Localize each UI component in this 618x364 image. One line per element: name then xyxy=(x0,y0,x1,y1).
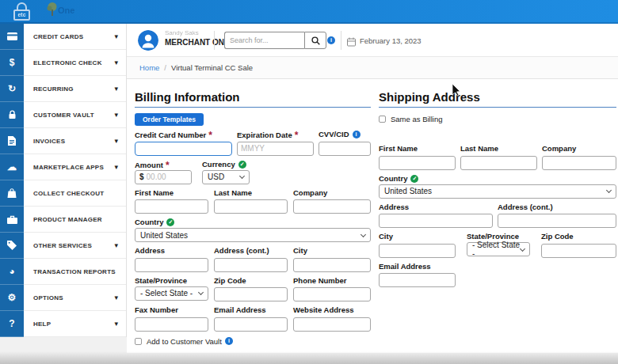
sidebar-item-product-manager[interactable]: PRODUCT MANAGER xyxy=(24,207,126,233)
credit-card-number-input[interactable] xyxy=(135,142,232,156)
chevron-down-icon[interactable]: ▾ xyxy=(114,294,118,301)
sidebar-icon-rail: $ ↻ ☁ ◕ ⚙ ? xyxy=(0,24,24,337)
invoice-icon[interactable] xyxy=(0,128,24,154)
shipping-country-select[interactable]: United States xyxy=(379,184,616,199)
same-as-billing-label: Same as Billing xyxy=(391,115,442,123)
chevron-down-icon[interactable]: ▾ xyxy=(114,241,118,249)
amount-input[interactable] xyxy=(147,172,191,183)
billing-zip-label: Zip Code xyxy=(214,276,288,285)
sidebar-item-credit-cards[interactable]: CREDIT CARDS ▾ xyxy=(24,24,126,50)
billing-last-name-label: Last Name xyxy=(214,188,288,197)
billing-first-name-input[interactable] xyxy=(135,199,208,214)
search-input[interactable] xyxy=(224,32,304,49)
billing-website-label: Website Address xyxy=(293,305,371,314)
currency-select[interactable]: USD xyxy=(202,170,250,184)
billing-title: Billing Information xyxy=(135,90,371,108)
verified-check-icon: ✓ xyxy=(238,161,246,169)
billing-last-name-input[interactable] xyxy=(214,199,288,214)
billing-fax-input[interactable] xyxy=(135,317,208,332)
sidebar-item-recurring[interactable]: RECURRING ▾ xyxy=(24,76,126,102)
sidebar-item-customer-vault[interactable]: CUSTOMER VAULT ▾ xyxy=(24,102,126,128)
gears-icon[interactable]: ⚙ xyxy=(0,285,24,311)
same-as-billing-checkbox[interactable] xyxy=(379,116,386,123)
chevron-down-icon[interactable]: ▾ xyxy=(114,111,118,119)
billing-first-name-label: First Name xyxy=(135,188,208,197)
billing-phone-input[interactable] xyxy=(293,287,371,301)
order-templates-button[interactable]: Order Templates xyxy=(135,113,204,126)
sidebar-item-collect-checkout[interactable]: COLLECT CHECKOUT xyxy=(24,180,126,207)
shipping-city-input[interactable] xyxy=(379,244,456,258)
chevron-down-icon[interactable]: ▾ xyxy=(114,59,118,66)
required-asterisk: * xyxy=(295,130,299,141)
breadcrumb-home-link[interactable]: Home xyxy=(139,63,159,72)
shipping-first-name-label: First Name xyxy=(379,144,456,153)
shipping-zip-input[interactable] xyxy=(541,244,616,258)
sidebar-item-electronic-check[interactable]: ELECTRONIC CHECK ▾ xyxy=(24,50,126,76)
shipping-email-label: Email Address xyxy=(379,262,456,271)
info-icon[interactable]: i xyxy=(353,131,360,138)
billing-website-input[interactable] xyxy=(293,317,371,332)
billing-company-input[interactable] xyxy=(293,199,371,214)
shipping-first-name-input[interactable] xyxy=(379,156,456,170)
sidebar-item-invoices[interactable]: INVOICES ▾ xyxy=(24,128,126,154)
pie-chart-icon[interactable]: ◕ xyxy=(0,259,24,285)
sidebar-item-transaction-reports[interactable]: TRANSACTION REPORTS xyxy=(24,259,126,285)
lock-icon[interactable] xyxy=(0,102,24,128)
billing-address-input[interactable] xyxy=(135,258,208,272)
sidebar-item-help[interactable]: HELP ▾ xyxy=(24,311,126,337)
sidebar-item-marketplace-apps[interactable]: MARKETPLACE APPS ▾ xyxy=(24,154,126,180)
header-divider xyxy=(214,31,215,50)
shipping-email-input[interactable] xyxy=(379,273,456,287)
sidebar-item-other-services[interactable]: OTHER SERVICES ▾ xyxy=(24,233,126,259)
verified-check-icon: ✓ xyxy=(166,218,174,226)
shipping-address2-input[interactable] xyxy=(498,214,616,228)
billing-zip-input[interactable] xyxy=(214,287,288,301)
billing-state-select[interactable]: - Select State - xyxy=(135,286,208,301)
chevron-down-icon[interactable]: ▾ xyxy=(114,320,118,328)
sidebar-item-options[interactable]: OPTIONS ▾ xyxy=(24,285,126,311)
shipping-state-label: State/Province xyxy=(467,232,530,241)
chevron-down-icon[interactable]: ▾ xyxy=(114,163,118,171)
current-date: February 13, 2023 xyxy=(360,36,422,45)
recurring-icon[interactable]: ↻ xyxy=(0,76,24,102)
chevron-down-icon xyxy=(239,173,245,179)
user-name: Sandy Saks xyxy=(165,29,199,36)
shipping-last-name-input[interactable] xyxy=(460,156,537,170)
shipping-company-input[interactable] xyxy=(542,156,616,170)
add-to-vault-checkbox[interactable] xyxy=(135,338,142,345)
help-icon[interactable]: ? xyxy=(0,311,24,337)
chevron-down-icon[interactable]: ▾ xyxy=(114,85,118,93)
chevron-down-icon xyxy=(360,231,366,237)
dollar-icon[interactable]: $ xyxy=(0,50,24,76)
chevron-down-icon xyxy=(606,188,612,193)
cloud-icon[interactable]: ☁ xyxy=(0,154,24,180)
chevron-down-icon[interactable]: ▾ xyxy=(114,32,118,40)
lock-logo-text: etc xyxy=(13,9,30,21)
cvv-label: CVV/CIDi xyxy=(319,130,371,138)
cvv-input[interactable] xyxy=(319,142,371,156)
info-icon[interactable]: i xyxy=(327,36,335,44)
chevron-down-icon[interactable]: ▾ xyxy=(114,137,118,145)
merchant-name: MERCHANT ONE xyxy=(165,38,230,47)
amount-label: Amount* xyxy=(135,160,192,169)
billing-email-input[interactable] xyxy=(214,317,288,332)
expiration-date-input[interactable] xyxy=(237,142,314,156)
search-button[interactable] xyxy=(304,32,326,49)
shopping-bag-icon[interactable] xyxy=(0,180,24,207)
billing-city-input[interactable] xyxy=(293,258,371,272)
header-divider xyxy=(341,31,341,50)
billing-address2-input[interactable] xyxy=(214,258,288,272)
billing-city-label: City xyxy=(293,246,371,255)
info-icon[interactable]: i xyxy=(225,337,233,345)
tag-icon[interactable] xyxy=(0,233,24,259)
billing-state-label: State/Province xyxy=(135,276,208,285)
briefcase-icon[interactable] xyxy=(0,207,24,233)
bottom-fade xyxy=(0,351,618,364)
main-content: Billing Information Order Templates Cred… xyxy=(127,79,618,353)
billing-country-select[interactable]: United States xyxy=(135,228,371,242)
calendar-icon xyxy=(347,36,356,50)
shipping-state-select[interactable]: - Select State - xyxy=(467,242,530,256)
credit-card-icon[interactable] xyxy=(0,24,24,50)
avatar[interactable] xyxy=(138,30,158,51)
shipping-address-input[interactable] xyxy=(379,214,493,228)
